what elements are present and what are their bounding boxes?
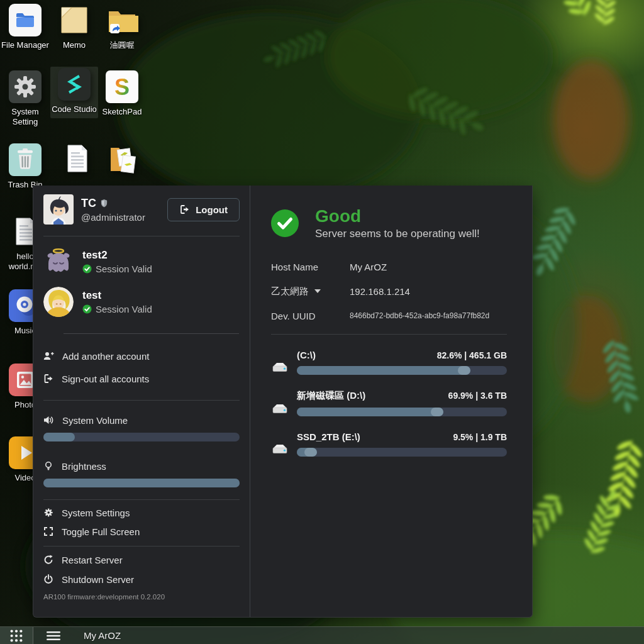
lightbulb-icon [43,461,53,471]
hard-drive-icon [271,360,289,374]
icon-label: 油圓喔 [98,40,146,50]
admin-shield-icon [100,199,108,208]
menu-item-label: System Settings [62,508,130,518]
divider [43,499,240,500]
menu-item-toggle-fullscreen[interactable]: Toggle Full Screen [43,525,240,538]
trash-bin-icon [9,143,42,176]
menu-item-add-account[interactable]: Add another account [43,349,240,363]
icon-label: File Manager [1,40,49,50]
account-status: Session Valid [96,264,152,274]
divider [271,334,507,335]
server-info: Host Name My ArOZ 乙太網路 192.168.1.214 Dev… [271,260,507,322]
divider [43,546,240,547]
menu-item-label: Sign-out all accounts [62,374,149,384]
menu-item-brightness: Brightness [43,459,240,473]
menu-item-label: Shutdown Server [62,574,134,585]
current-user-header: TC @administrator Logout [43,194,240,225]
server-status-column: Good Server seems to be operating well! … [250,186,532,617]
disk-row-d: 新增磁碟區 (D:\) 69.9% | 3.6 TB [271,390,507,416]
current-user-names: TC @administrator [81,197,167,223]
hard-drive-icon [271,402,289,416]
logout-icon [179,204,190,214]
account-info: test Session Valid [82,289,152,314]
divider-short [64,333,239,334]
desktop-screen: File Manager Memo 油圓喔 [0,0,644,644]
status-message: Server seems to be operating well! [315,228,480,240]
info-row-network: 乙太網路 192.168.1.214 [271,285,507,297]
fullscreen-icon [43,526,53,536]
account-row-test[interactable]: test Session Valid [43,287,240,317]
desktop-icon-code-studio[interactable]: Code Studio [50,67,98,118]
logout-label: Logout [196,204,228,215]
session-valid-check-icon [82,304,92,314]
menu-item-label: Brightness [62,461,106,472]
svg-text:S: S [114,74,130,100]
network-dropdown[interactable]: 乙太網路 [271,286,350,297]
status-title: Good [315,207,480,225]
brightness-slider[interactable] [43,479,240,487]
hostname-value: My ArOZ [350,262,387,272]
disk-usage: 9.5% | 1.9 TB [453,432,507,442]
volume-slider-fill [43,433,75,441]
divider [43,400,240,401]
app-launcher-button[interactable] [0,627,33,644]
desktop-icon-system-setting[interactable]: System Setting [1,69,49,128]
menu-item-restart-server[interactable]: Restart Server [43,553,240,567]
taskbar-title: My ArOZ [84,630,121,641]
account-name: test2 [82,249,152,262]
disk-usage-bar [297,448,507,457]
disk-usage: 69.9% | 3.6 TB [448,391,507,401]
current-user-name: TC [81,197,96,210]
desktop-icon-folder-documents[interactable] [98,141,146,179]
document-icon [60,142,93,175]
menu-item-signout-all[interactable]: Sign-out all accounts [43,372,240,386]
volume-slider[interactable] [43,433,240,441]
account-row-test2[interactable]: test2 Session Valid [43,247,240,277]
account-avatar-test [43,287,74,317]
menu-button[interactable] [41,627,66,644]
gear-icon [43,508,53,518]
chevron-down-icon [314,289,321,293]
desktop-icon-sketchpad[interactable]: S SketchPad [98,69,146,117]
menu-item-shutdown-server[interactable]: Shutdown Server [43,572,240,586]
network-label: 乙太網路 [271,286,309,297]
logout-button[interactable]: Logout [167,198,240,221]
icon-label: Memo [50,40,98,50]
current-user-handle: @administrator [81,212,167,223]
taskbar-divider [33,627,33,644]
menu-item-label: Toggle Full Screen [62,526,140,537]
menu-item-system-volume: System Volume [43,413,240,427]
status-ok-check-icon [271,209,299,237]
desktop-icon-trash-bin[interactable]: Trash Bin [1,142,49,190]
add-user-icon [43,351,54,361]
desktop-icon-memo[interactable]: Memo [50,3,98,50]
disk-usage-bar [297,366,507,375]
hamburger-icon [47,631,60,641]
menu-item-system-settings[interactable]: System Settings [43,506,240,519]
icon-label: Code Studio [50,104,98,114]
menu-item-label: Restart Server [62,555,123,565]
system-setting-icon [9,70,42,103]
disk-usage-fill [297,408,443,416]
uuid-value: 8466bd72-bdb6-452a-abc9-fa98a77fb82d [350,311,489,320]
network-ip-value: 192.168.1.214 [350,286,410,297]
disk-row-c: (C:\) 82.6% | 465.1 GB [271,350,507,375]
hard-drive-icon [271,442,289,456]
memo-icon [58,4,91,36]
disk-usage-bar [297,408,507,416]
desktop-icon-file-manager[interactable]: File Manager [1,3,49,50]
account-name: test [82,289,152,302]
icon-label: System Setting [1,107,49,128]
menu-item-label: Add another account [62,351,149,362]
desktop-icon-document[interactable] [53,141,101,179]
server-status-header: Good Server seems to be operating well! [271,207,507,240]
sign-out-icon [43,374,53,384]
file-manager-icon [9,4,42,36]
code-studio-icon [58,68,91,101]
desktop-icon-folder-shortcut[interactable]: 油圓喔 [98,3,146,50]
menu-item-label: System Volume [62,415,128,426]
firmware-version: AR100 firmware:development 0.2.020 [43,593,240,601]
disk-name: SSD_2TB (E:\) [297,431,360,442]
disk-name: 新增磁碟區 (D:\) [297,390,365,402]
disk-row-e: SSD_2TB (E:\) 9.5% | 1.9 TB [271,431,507,457]
